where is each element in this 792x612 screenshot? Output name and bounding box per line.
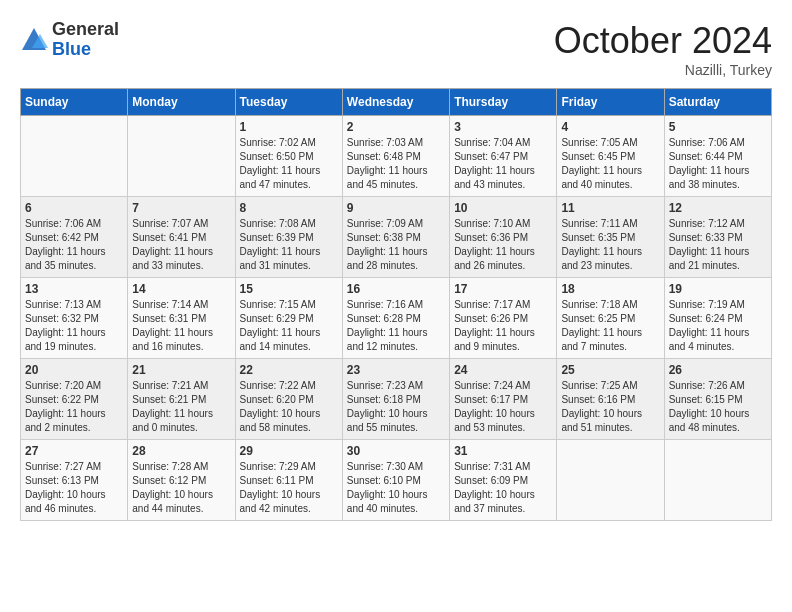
day-info: Sunrise: 7:16 AMSunset: 6:28 PMDaylight:… — [347, 298, 445, 354]
calendar-header-row: SundayMondayTuesdayWednesdayThursdayFrid… — [21, 89, 772, 116]
day-info: Sunrise: 7:06 AMSunset: 6:42 PMDaylight:… — [25, 217, 123, 273]
col-header-sunday: Sunday — [21, 89, 128, 116]
day-number: 18 — [561, 282, 659, 296]
calendar-cell: 12Sunrise: 7:12 AMSunset: 6:33 PMDayligh… — [664, 197, 771, 278]
day-info: Sunrise: 7:10 AMSunset: 6:36 PMDaylight:… — [454, 217, 552, 273]
calendar-cell: 22Sunrise: 7:22 AMSunset: 6:20 PMDayligh… — [235, 359, 342, 440]
day-number: 28 — [132, 444, 230, 458]
day-info: Sunrise: 7:24 AMSunset: 6:17 PMDaylight:… — [454, 379, 552, 435]
day-info: Sunrise: 7:29 AMSunset: 6:11 PMDaylight:… — [240, 460, 338, 516]
title-block: October 2024 Nazilli, Turkey — [554, 20, 772, 78]
day-number: 3 — [454, 120, 552, 134]
day-number: 2 — [347, 120, 445, 134]
calendar-cell: 8Sunrise: 7:08 AMSunset: 6:39 PMDaylight… — [235, 197, 342, 278]
calendar-cell: 20Sunrise: 7:20 AMSunset: 6:22 PMDayligh… — [21, 359, 128, 440]
calendar-cell: 25Sunrise: 7:25 AMSunset: 6:16 PMDayligh… — [557, 359, 664, 440]
day-info: Sunrise: 7:21 AMSunset: 6:21 PMDaylight:… — [132, 379, 230, 435]
location: Nazilli, Turkey — [554, 62, 772, 78]
calendar-cell: 16Sunrise: 7:16 AMSunset: 6:28 PMDayligh… — [342, 278, 449, 359]
calendar-cell: 14Sunrise: 7:14 AMSunset: 6:31 PMDayligh… — [128, 278, 235, 359]
calendar-cell: 24Sunrise: 7:24 AMSunset: 6:17 PMDayligh… — [450, 359, 557, 440]
calendar-cell: 28Sunrise: 7:28 AMSunset: 6:12 PMDayligh… — [128, 440, 235, 521]
calendar-table: SundayMondayTuesdayWednesdayThursdayFrid… — [20, 88, 772, 521]
day-info: Sunrise: 7:12 AMSunset: 6:33 PMDaylight:… — [669, 217, 767, 273]
calendar-cell: 27Sunrise: 7:27 AMSunset: 6:13 PMDayligh… — [21, 440, 128, 521]
calendar-cell: 21Sunrise: 7:21 AMSunset: 6:21 PMDayligh… — [128, 359, 235, 440]
day-number: 27 — [25, 444, 123, 458]
day-info: Sunrise: 7:26 AMSunset: 6:15 PMDaylight:… — [669, 379, 767, 435]
calendar-cell: 6Sunrise: 7:06 AMSunset: 6:42 PMDaylight… — [21, 197, 128, 278]
day-number: 4 — [561, 120, 659, 134]
day-info: Sunrise: 7:03 AMSunset: 6:48 PMDaylight:… — [347, 136, 445, 192]
calendar-cell — [21, 116, 128, 197]
day-info: Sunrise: 7:11 AMSunset: 6:35 PMDaylight:… — [561, 217, 659, 273]
day-number: 17 — [454, 282, 552, 296]
day-info: Sunrise: 7:28 AMSunset: 6:12 PMDaylight:… — [132, 460, 230, 516]
calendar-cell — [128, 116, 235, 197]
day-number: 6 — [25, 201, 123, 215]
calendar-cell: 1Sunrise: 7:02 AMSunset: 6:50 PMDaylight… — [235, 116, 342, 197]
calendar-week-row: 20Sunrise: 7:20 AMSunset: 6:22 PMDayligh… — [21, 359, 772, 440]
col-header-tuesday: Tuesday — [235, 89, 342, 116]
day-number: 22 — [240, 363, 338, 377]
calendar-cell: 3Sunrise: 7:04 AMSunset: 6:47 PMDaylight… — [450, 116, 557, 197]
day-number: 21 — [132, 363, 230, 377]
day-number: 13 — [25, 282, 123, 296]
day-info: Sunrise: 7:18 AMSunset: 6:25 PMDaylight:… — [561, 298, 659, 354]
day-info: Sunrise: 7:14 AMSunset: 6:31 PMDaylight:… — [132, 298, 230, 354]
calendar-week-row: 27Sunrise: 7:27 AMSunset: 6:13 PMDayligh… — [21, 440, 772, 521]
logo-general-text: General — [52, 20, 119, 40]
day-info: Sunrise: 7:17 AMSunset: 6:26 PMDaylight:… — [454, 298, 552, 354]
calendar-cell: 4Sunrise: 7:05 AMSunset: 6:45 PMDaylight… — [557, 116, 664, 197]
day-info: Sunrise: 7:09 AMSunset: 6:38 PMDaylight:… — [347, 217, 445, 273]
day-info: Sunrise: 7:13 AMSunset: 6:32 PMDaylight:… — [25, 298, 123, 354]
day-info: Sunrise: 7:19 AMSunset: 6:24 PMDaylight:… — [669, 298, 767, 354]
day-number: 19 — [669, 282, 767, 296]
logo-icon — [20, 26, 48, 54]
day-info: Sunrise: 7:06 AMSunset: 6:44 PMDaylight:… — [669, 136, 767, 192]
calendar-cell: 23Sunrise: 7:23 AMSunset: 6:18 PMDayligh… — [342, 359, 449, 440]
calendar-cell: 15Sunrise: 7:15 AMSunset: 6:29 PMDayligh… — [235, 278, 342, 359]
col-header-saturday: Saturday — [664, 89, 771, 116]
day-number: 25 — [561, 363, 659, 377]
day-info: Sunrise: 7:23 AMSunset: 6:18 PMDaylight:… — [347, 379, 445, 435]
calendar-cell: 30Sunrise: 7:30 AMSunset: 6:10 PMDayligh… — [342, 440, 449, 521]
day-number: 26 — [669, 363, 767, 377]
day-number: 20 — [25, 363, 123, 377]
col-header-monday: Monday — [128, 89, 235, 116]
day-info: Sunrise: 7:30 AMSunset: 6:10 PMDaylight:… — [347, 460, 445, 516]
day-info: Sunrise: 7:04 AMSunset: 6:47 PMDaylight:… — [454, 136, 552, 192]
calendar-week-row: 1Sunrise: 7:02 AMSunset: 6:50 PMDaylight… — [21, 116, 772, 197]
calendar-cell: 10Sunrise: 7:10 AMSunset: 6:36 PMDayligh… — [450, 197, 557, 278]
day-number: 11 — [561, 201, 659, 215]
day-number: 23 — [347, 363, 445, 377]
calendar-week-row: 6Sunrise: 7:06 AMSunset: 6:42 PMDaylight… — [21, 197, 772, 278]
day-number: 7 — [132, 201, 230, 215]
calendar-cell: 18Sunrise: 7:18 AMSunset: 6:25 PMDayligh… — [557, 278, 664, 359]
day-number: 1 — [240, 120, 338, 134]
day-number: 12 — [669, 201, 767, 215]
day-info: Sunrise: 7:08 AMSunset: 6:39 PMDaylight:… — [240, 217, 338, 273]
day-info: Sunrise: 7:05 AMSunset: 6:45 PMDaylight:… — [561, 136, 659, 192]
calendar-cell: 29Sunrise: 7:29 AMSunset: 6:11 PMDayligh… — [235, 440, 342, 521]
month-title: October 2024 — [554, 20, 772, 62]
calendar-cell: 13Sunrise: 7:13 AMSunset: 6:32 PMDayligh… — [21, 278, 128, 359]
logo-blue-text: Blue — [52, 40, 119, 60]
page-header: General Blue October 2024 Nazilli, Turke… — [20, 20, 772, 78]
col-header-wednesday: Wednesday — [342, 89, 449, 116]
day-number: 15 — [240, 282, 338, 296]
day-info: Sunrise: 7:07 AMSunset: 6:41 PMDaylight:… — [132, 217, 230, 273]
day-number: 31 — [454, 444, 552, 458]
day-number: 24 — [454, 363, 552, 377]
calendar-cell: 17Sunrise: 7:17 AMSunset: 6:26 PMDayligh… — [450, 278, 557, 359]
logo-text: General Blue — [52, 20, 119, 60]
day-number: 5 — [669, 120, 767, 134]
calendar-cell: 2Sunrise: 7:03 AMSunset: 6:48 PMDaylight… — [342, 116, 449, 197]
day-number: 14 — [132, 282, 230, 296]
day-info: Sunrise: 7:20 AMSunset: 6:22 PMDaylight:… — [25, 379, 123, 435]
calendar-cell: 9Sunrise: 7:09 AMSunset: 6:38 PMDaylight… — [342, 197, 449, 278]
day-info: Sunrise: 7:02 AMSunset: 6:50 PMDaylight:… — [240, 136, 338, 192]
day-number: 30 — [347, 444, 445, 458]
day-info: Sunrise: 7:25 AMSunset: 6:16 PMDaylight:… — [561, 379, 659, 435]
calendar-cell: 5Sunrise: 7:06 AMSunset: 6:44 PMDaylight… — [664, 116, 771, 197]
